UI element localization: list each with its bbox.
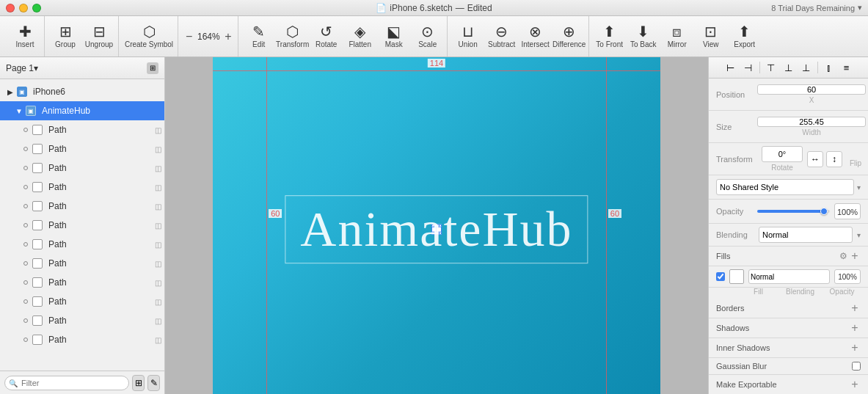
flatten-button[interactable]: ◈ Flatten: [344, 19, 376, 54]
ungroup-button[interactable]: ⊟ Ungroup: [83, 19, 115, 54]
mirror-button[interactable]: ⧈ Mirror: [661, 19, 693, 54]
align-left-button[interactable]: ⊢: [723, 59, 739, 76]
scale-button[interactable]: ⊙ Scale: [412, 19, 444, 54]
canvas-area[interactable]: 114 60 60: [165, 57, 708, 394]
blending-select[interactable]: Normal: [759, 227, 853, 243]
layer-item-path-11[interactable]: Path ◫: [0, 311, 164, 330]
borders-title: Borders: [716, 304, 849, 313]
add-layer-button[interactable]: ⊞: [132, 375, 145, 391]
flip-v-button[interactable]: ↕: [826, 151, 842, 167]
canvas-text[interactable]: AnimateHub: [285, 195, 588, 263]
group-button[interactable]: ⊞ Group: [49, 19, 81, 54]
blending-arrow: ▾: [857, 231, 861, 239]
layer-item-path-3[interactable]: Path ◫: [0, 158, 164, 178]
transform-button[interactable]: ⬡ Transform: [277, 19, 309, 54]
scroll-indicator: ◫: [155, 126, 161, 134]
intersect-button[interactable]: ⊗ Intersect: [519, 19, 552, 54]
layer-item-path-12[interactable]: Path ◫: [0, 330, 164, 349]
layer-settings-button[interactable]: ✎: [147, 375, 160, 391]
fills-blending-select[interactable]: Normal: [748, 269, 830, 284]
distribute-v-button[interactable]: ≡: [839, 59, 855, 76]
search-input[interactable]: [4, 376, 129, 390]
layer-label: Path: [48, 163, 67, 173]
layer-item-path-5[interactable]: Path ◫: [0, 197, 164, 216]
layer-item-path-9[interactable]: Path ◫: [0, 273, 164, 292]
align-top-button[interactable]: ⊤: [763, 59, 779, 76]
fills-color-swatch[interactable]: [729, 269, 744, 284]
layer-label: Path: [48, 258, 67, 269]
zoom-value[interactable]: 164%: [195, 32, 222, 42]
layer-item-path-4[interactable]: Path ◫: [0, 178, 164, 197]
opacity-label: Opacity: [716, 207, 753, 216]
align-bottom-button[interactable]: ⊥: [798, 59, 814, 76]
rotate-button[interactable]: ↺ Rotate: [310, 19, 343, 54]
align-middle-v-button[interactable]: ⊥: [781, 59, 797, 76]
layer-label: Path: [48, 296, 67, 307]
to-back-button[interactable]: ⬇ To Back: [627, 19, 660, 54]
layer-item-path-7[interactable]: Path ◫: [0, 235, 164, 254]
subtract-button[interactable]: ⊖ Subtract: [486, 19, 518, 54]
to-back-icon: ⬇: [637, 24, 649, 39]
page-selector[interactable]: Page 1: [6, 63, 34, 73]
file-icon: 📄: [376, 3, 387, 13]
union-button[interactable]: ⊔ Union: [452, 19, 484, 54]
minimize-button[interactable]: [19, 4, 28, 12]
fills-opacity-value[interactable]: 100%: [834, 269, 861, 284]
layer-label: Path: [48, 125, 67, 135]
rotate-input[interactable]: [762, 146, 803, 162]
layer-item-path-1[interactable]: Path ◫: [0, 120, 164, 139]
align-center-h-button[interactable]: ⊣: [740, 59, 756, 76]
gaussian-blur-checkbox[interactable]: [852, 362, 861, 371]
group-icon: ▣: [26, 106, 36, 116]
fills-gear-button[interactable]: ⚙: [837, 250, 849, 262]
x-input[interactable]: [757, 84, 866, 95]
distribute-h-button[interactable]: ⫿: [821, 59, 837, 76]
shape-dot-icon: [23, 338, 28, 342]
layer-item-path-6[interactable]: Path ◫: [0, 216, 164, 235]
mask-button[interactable]: ⬕ Mask: [378, 19, 410, 54]
main-toolbar: ✚ Insert ⊞ Group ⊟ Ungroup ⬡ Create Symb…: [0, 16, 868, 57]
scroll-indicator: ◫: [155, 260, 161, 268]
fills-add-button[interactable]: +: [849, 250, 861, 262]
zoom-out-button[interactable]: −: [184, 30, 194, 43]
borders-add-button[interactable]: +: [849, 302, 861, 314]
sidebar-toggle-button[interactable]: ⊞: [147, 62, 158, 74]
layer-item-path-2[interactable]: Path ◫: [0, 139, 164, 158]
shape-dot-icon: [23, 128, 28, 132]
flip-h-button[interactable]: ↔: [807, 151, 823, 167]
layer-item-path-8[interactable]: Path ◫: [0, 254, 164, 273]
export-button[interactable]: ⬆ Export: [729, 19, 761, 54]
to-front-button[interactable]: ⬆ To Front: [594, 19, 626, 54]
difference-button[interactable]: ⊕ Difference: [553, 19, 586, 54]
path-icon: [32, 163, 43, 173]
path-icon: [32, 296, 43, 307]
flatten-icon: ◈: [354, 24, 365, 39]
transform-label: Transform: [716, 155, 757, 164]
borders-section-header: Borders +: [709, 299, 868, 318]
opacity-value[interactable]: 100%: [834, 203, 861, 219]
group-icon: ⊞: [59, 24, 72, 39]
zoom-in-button[interactable]: +: [223, 30, 233, 43]
layer-item-iphone6[interactable]: ▶ ▣ iPhone6: [0, 82, 164, 101]
layer-item-animatehub[interactable]: ▼ ▣ AnimateHub: [0, 101, 164, 120]
opacity-slider[interactable]: [757, 210, 830, 213]
shared-style-arrow: ▾: [857, 183, 861, 191]
width-group: Width: [757, 117, 866, 136]
shadows-add-button[interactable]: +: [849, 322, 861, 334]
scroll-indicator: ◫: [155, 298, 161, 306]
close-button[interactable]: [6, 4, 15, 12]
inner-shadows-add-button[interactable]: +: [849, 342, 861, 354]
symbol-icon: ⬡: [143, 24, 156, 39]
view-button[interactable]: ⊡ View: [695, 19, 727, 54]
maximize-button[interactable]: [32, 4, 41, 12]
layer-item-path-10[interactable]: Path ◫: [0, 292, 164, 311]
flip-label: Flip: [845, 159, 866, 167]
insert-button[interactable]: ✚ Insert: [9, 19, 41, 54]
width-input[interactable]: [757, 117, 866, 127]
traffic-lights: [6, 4, 41, 12]
exportable-add-button[interactable]: +: [849, 379, 861, 390]
shared-style-select[interactable]: No Shared Style: [716, 179, 854, 195]
edit-button[interactable]: ✎ Edit: [243, 19, 275, 54]
create-symbol-button[interactable]: ⬡ Create Symbol: [123, 19, 175, 54]
fills-checkbox[interactable]: [716, 272, 725, 281]
